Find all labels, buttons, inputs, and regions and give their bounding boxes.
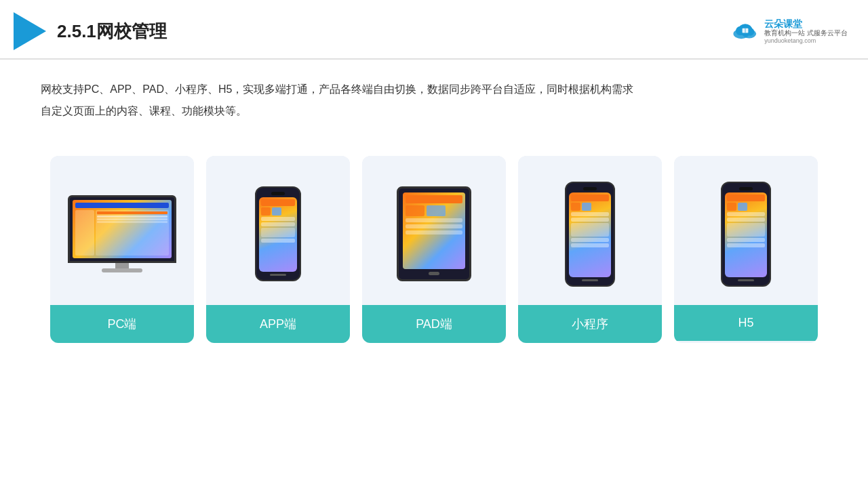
card-pad: PAD端 [362,156,506,343]
pc-device-icon [68,195,176,272]
card-pc-label: PC端 [50,305,194,343]
header: 2.5.1网校管理 云朵课堂 教育机构一站 [0,0,868,60]
header-left: 2.5.1网校管理 [14,12,167,50]
card-app-image [206,156,350,305]
card-pc-image [50,156,194,305]
card-h5-image [674,156,818,305]
card-pc: PC端 [50,156,194,343]
brand-text: 云朵课堂 教育机构一站 式服务云平台 yunduoketang.com [764,18,848,45]
card-miniapp-image [518,156,662,305]
miniapp-phone-device-icon [565,182,615,287]
h5-phone-device-icon [721,182,771,287]
brand-logo: 云朵课堂 教育机构一站 式服务云平台 yunduoketang.com [730,18,848,45]
card-app-label: APP端 [206,305,350,343]
phone-device-icon [255,186,301,281]
description-text: 网校支持PC、APP、PAD、小程序、H5，实现多端打通，产品各终端自由切换，数… [0,60,678,129]
card-pad-label: PAD端 [362,305,506,343]
card-miniapp: 小程序 [518,156,662,343]
card-pad-image [362,156,506,305]
tablet-device-icon [397,186,471,281]
card-app: APP端 [206,156,350,343]
card-h5: H5 [674,156,818,343]
cards-container: PC端 APP端 [0,136,868,363]
logo-triangle-icon [14,12,46,50]
card-h5-label: H5 [674,305,818,341]
header-right: 云朵课堂 教育机构一站 式服务云平台 yunduoketang.com [730,18,848,45]
page-title: 2.5.1网校管理 [57,20,167,43]
cloud-logo-icon [730,20,760,43]
card-miniapp-label: 小程序 [518,305,662,343]
